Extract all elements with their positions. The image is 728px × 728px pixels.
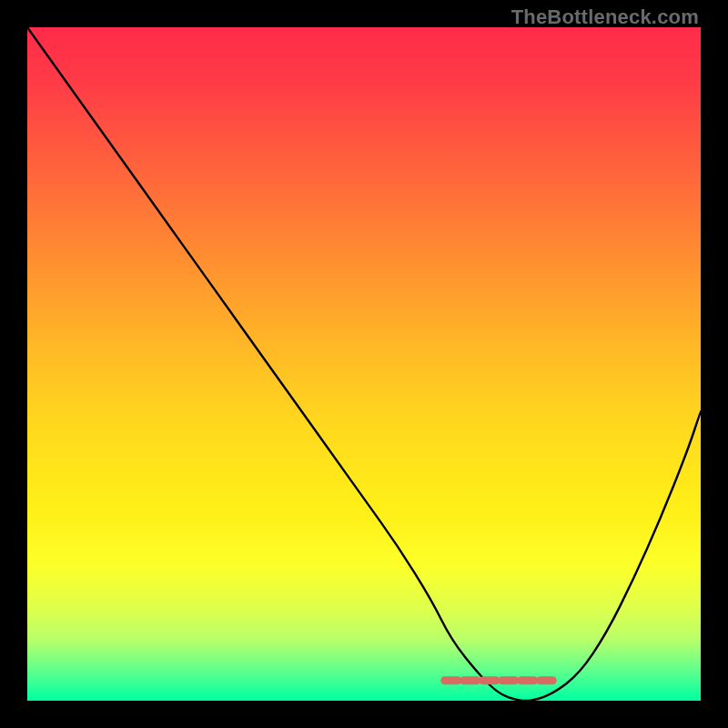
bottleneck-curve bbox=[27, 27, 701, 701]
curve-svg bbox=[27, 27, 701, 701]
plot-area bbox=[27, 27, 701, 701]
chart-frame: TheBottleneck.com bbox=[0, 0, 728, 728]
watermark-text: TheBottleneck.com bbox=[511, 5, 699, 29]
